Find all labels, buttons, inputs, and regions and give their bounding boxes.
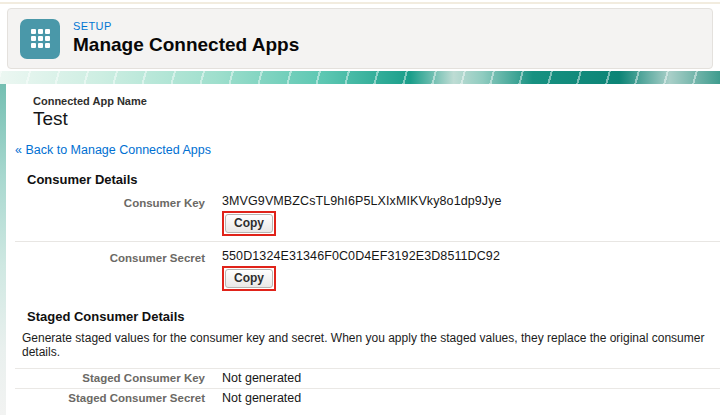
staged-details-heading: Staged Consumer Details	[27, 309, 720, 324]
connected-app-name-label: Connected App Name	[33, 95, 720, 107]
content-area: Connected App Name Test « Back to Manage…	[0, 84, 720, 415]
grid-icon	[31, 29, 50, 48]
page-top-accent	[0, 2, 720, 4]
main-content: Connected App Name Test « Back to Manage…	[15, 84, 720, 415]
consumer-details-heading: Consumer Details	[27, 172, 720, 187]
staged-key-value: Not generated	[222, 371, 301, 385]
staged-key-row: Staged Consumer Key Not generated	[15, 368, 720, 388]
page-top-margin	[0, 0, 720, 8]
consumer-secret-value: 550D1324E31346F0C0D4EF3192E3D8511DC92	[222, 249, 500, 263]
consumer-key-row: Consumer Key 3MVG9VMBZCsTL9hI6P5LXIxMIKV…	[15, 194, 720, 242]
consumer-secret-row: Consumer Secret 550D1324E31346F0C0D4EF31…	[15, 242, 720, 291]
consumer-key-label: Consumer Key	[15, 194, 205, 209]
red-highlight-annotation: Copy	[222, 211, 276, 236]
copy-consumer-secret-button[interactable]: Copy	[225, 269, 273, 288]
connected-app-name-value: Test	[33, 108, 720, 130]
setup-banner-wave	[0, 71, 720, 84]
setup-app-icon	[20, 19, 60, 59]
consumer-secret-label: Consumer Secret	[15, 249, 205, 264]
header-text: SETUP Manage Connected Apps	[73, 20, 299, 57]
setup-page-header: SETUP Manage Connected Apps	[7, 8, 713, 69]
staged-secret-row: Staged Consumer Secret Not generated	[15, 388, 720, 408]
red-highlight-annotation: Copy	[222, 266, 276, 291]
page-title: Manage Connected Apps	[73, 33, 299, 57]
back-to-manage-apps-link[interactable]: « Back to Manage Connected Apps	[15, 143, 211, 157]
staged-details-description: Generate staged values for the consumer …	[22, 331, 720, 359]
consumer-key-value: 3MVG9VMBZCsTL9hI6P5LXIxMIKVky8o1dp9Jye	[222, 194, 502, 208]
banner-left-strip	[0, 84, 6, 415]
copy-consumer-key-button[interactable]: Copy	[225, 214, 273, 233]
setup-eyebrow: SETUP	[73, 20, 299, 33]
staged-key-label: Staged Consumer Key	[15, 371, 205, 385]
staged-secret-label: Staged Consumer Secret	[15, 391, 205, 405]
staged-secret-value: Not generated	[222, 391, 301, 405]
